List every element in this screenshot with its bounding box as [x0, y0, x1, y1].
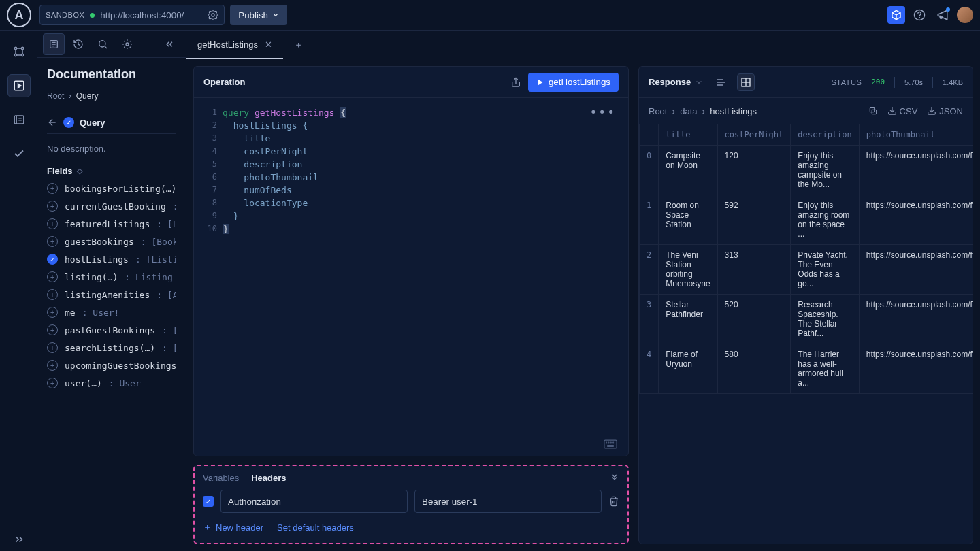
trash-icon[interactable] — [608, 496, 619, 507]
view-table-icon[interactable] — [737, 73, 755, 91]
rail-expand-icon[interactable] — [7, 528, 31, 551]
close-icon[interactable]: ✕ — [265, 39, 272, 50]
plus-circle-icon[interactable]: + — [47, 289, 58, 300]
publish-button[interactable]: Publish — [230, 5, 287, 25]
field-row[interactable]: +pastGuestBookings: [Bo… — [47, 324, 176, 335]
breadcrumb-root[interactable]: Root — [47, 91, 64, 101]
field-row[interactable]: +user(…): User — [47, 378, 176, 388]
url-bar[interactable]: SANDBOX — [39, 5, 225, 25]
field-row[interactable]: ✓hostListings: [Listing… — [47, 254, 176, 265]
svg-rect-22 — [608, 446, 613, 447]
keyboard-icon[interactable] — [604, 439, 617, 449]
tab-headers[interactable]: Headers — [251, 473, 286, 483]
rail-schema-icon[interactable] — [7, 40, 31, 63]
help-icon[interactable] — [911, 6, 928, 24]
field-type: : [Ame… — [157, 290, 176, 300]
operation-editor[interactable]: ••• 12345678910 query getHostListings { … — [194, 98, 628, 456]
rail-docs-icon[interactable] — [7, 108, 31, 131]
response-panel: Response STATUS 200 — [638, 66, 973, 544]
docs-reference-icon[interactable] — [43, 33, 65, 55]
table-row[interactable]: 4Flame of Uryuon580The Harrier has a wel… — [640, 344, 973, 394]
docs-search-icon[interactable] — [92, 33, 114, 55]
docs-settings-icon[interactable] — [116, 33, 138, 55]
plus-circle-icon[interactable]: + — [47, 324, 58, 335]
response-title: Response — [649, 77, 691, 87]
export-csv-button[interactable]: CSV — [887, 106, 918, 116]
plus-circle-icon[interactable]: + — [47, 307, 58, 318]
docs-title: Documentation — [47, 67, 176, 82]
sort-icon[interactable]: ◇ — [77, 167, 82, 176]
plus-circle-icon[interactable]: + — [47, 183, 58, 194]
svg-point-13 — [126, 43, 129, 46]
check-circle-icon[interactable]: ✓ — [47, 254, 58, 265]
table-row[interactable]: 1Room on Space Station592Enjoy this amaz… — [640, 195, 973, 245]
svg-point-20 — [610, 442, 611, 443]
field-row[interactable]: +me: User! — [47, 307, 176, 318]
add-tab-button[interactable]: ＋ — [283, 31, 314, 59]
column-header[interactable]: photoThumbnail — [859, 124, 973, 146]
response-path[interactable]: Root › data › hostListings — [649, 106, 757, 116]
field-name: currentGuestBooking — [65, 201, 166, 212]
header-enabled-checkbox[interactable]: ✓ — [203, 496, 214, 507]
tab-gethostlistings[interactable]: getHostListings ✕ — [186, 31, 283, 59]
response-table[interactable]: titlecostPerNightdescriptionphotoThumbna… — [639, 124, 973, 544]
field-type: : [Li… — [162, 343, 176, 353]
column-header[interactable]: description — [791, 124, 859, 146]
column-header[interactable]: costPerNight — [717, 124, 791, 146]
editor-tabs: getHostListings ✕ ＋ — [186, 31, 980, 59]
documentation-sidebar: Documentation Root › Query ✓ Query No de… — [37, 31, 186, 551]
docs-collapse-icon[interactable] — [159, 33, 180, 55]
field-row[interactable]: +bookingsForListing(…): — [47, 183, 176, 194]
table-row[interactable]: 3Stellar Pathfinder520Research Spaceship… — [640, 295, 973, 344]
svg-marker-8 — [18, 84, 21, 88]
breadcrumb-leaf: Query — [76, 91, 99, 101]
header-key-input[interactable] — [220, 490, 408, 513]
field-name: listing(…) — [65, 272, 118, 282]
new-header-button[interactable]: ＋ New header — [203, 521, 263, 533]
field-row[interactable]: +searchListings(…): [Li… — [47, 342, 176, 353]
export-json-button[interactable]: JSON — [927, 106, 963, 116]
collapse-icon[interactable] — [610, 473, 619, 483]
field-name: hostListings — [65, 254, 129, 265]
share-icon[interactable] — [510, 77, 521, 88]
cube-icon[interactable] — [887, 6, 905, 24]
docs-history-icon[interactable] — [67, 33, 89, 55]
plus-circle-icon[interactable]: + — [47, 271, 58, 282]
field-row[interactable]: +currentGuestBooking: B… — [47, 201, 176, 212]
announce-icon[interactable] — [934, 6, 951, 24]
response-time: 5.70s — [904, 78, 923, 86]
field-row[interactable]: +upcomingGuestBookings: — [47, 360, 176, 371]
tab-variables[interactable]: Variables — [203, 473, 239, 483]
chevron-down-icon[interactable] — [695, 78, 703, 86]
copy-icon[interactable] — [868, 106, 878, 116]
field-row[interactable]: +listingAmenities: [Ame… — [47, 289, 176, 300]
plus-circle-icon[interactable]: + — [47, 236, 58, 247]
header-value-input[interactable] — [414, 490, 602, 513]
field-name: searchListings(…) — [65, 343, 155, 353]
column-header[interactable]: title — [659, 124, 717, 146]
view-tree-icon[interactable] — [713, 73, 730, 91]
gear-icon[interactable] — [208, 10, 218, 20]
field-row[interactable]: +featuredListings: [Lis… — [47, 218, 176, 229]
rail-explorer-icon[interactable] — [7, 74, 31, 97]
plus-circle-icon[interactable]: + — [47, 378, 58, 388]
plus-circle-icon[interactable]: + — [47, 360, 58, 371]
svg-rect-9 — [14, 116, 24, 124]
publish-label: Publish — [238, 10, 268, 20]
field-row[interactable]: +listing(…): Listing — [47, 271, 176, 282]
back-arrow-icon[interactable] — [47, 117, 58, 128]
more-icon[interactable]: ••• — [589, 105, 616, 119]
plus-circle-icon[interactable]: + — [47, 342, 58, 353]
avatar[interactable] — [957, 7, 973, 23]
table-row[interactable]: 2The Veni Station orbiting Mnemosyne313P… — [640, 245, 973, 295]
set-default-headers-button[interactable]: Set default headers — [277, 522, 354, 533]
docs-breadcrumb[interactable]: Root › Query — [47, 91, 176, 101]
plus-circle-icon[interactable]: + — [47, 218, 58, 229]
table-row[interactable]: 0Campsite on Moon120Enjoy this amazing c… — [640, 146, 973, 195]
rail-checks-icon[interactable] — [7, 142, 31, 165]
plus-circle-icon[interactable]: + — [47, 201, 58, 212]
field-row[interactable]: +guestBookings: [Bookin… — [47, 236, 176, 247]
query-header: ✓ Query — [47, 112, 176, 134]
url-input[interactable] — [100, 10, 202, 20]
run-operation-button[interactable]: getHostListings — [528, 73, 619, 92]
